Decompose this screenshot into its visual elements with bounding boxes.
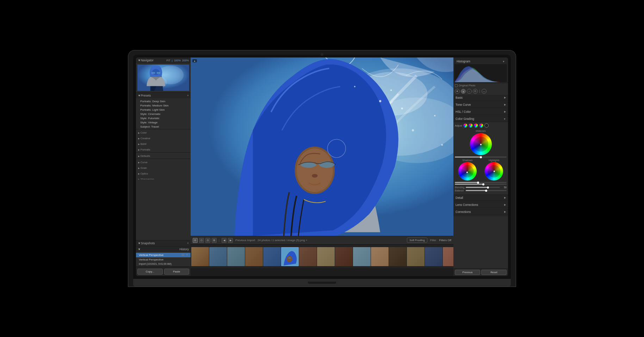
reset-button[interactable]: Reset	[481, 270, 507, 275]
adjust-icon-2[interactable]	[469, 123, 473, 128]
histogram-header[interactable]: Histogram ▼	[454, 59, 507, 65]
shadows-thumb[interactable]	[477, 182, 479, 184]
nav-right-icon[interactable]: ▶	[228, 238, 233, 243]
preset-group[interactable]: B&W	[136, 142, 191, 146]
nav-fit[interactable]: FIT	[166, 59, 170, 62]
shadows-highlights-row: Shadows Highlights	[455, 159, 507, 180]
laptop-chin	[133, 279, 511, 287]
hsl-header[interactable]: HSL / Color ▶	[453, 109, 508, 115]
preset-group[interactable]: Sharpening	[136, 177, 191, 179]
filmstrip-thumb[interactable]	[335, 247, 353, 266]
highlights-dot[interactable]	[493, 170, 495, 172]
preset-group[interactable]: Color	[136, 130, 191, 135]
preset-item[interactable]: Style: Cinematic	[136, 112, 191, 116]
adjust-icon-4[interactable]	[479, 123, 483, 128]
soft-proofing-button[interactable]: Soft Proofing	[407, 238, 427, 243]
preset-item[interactable]: Portraits: Medium Skin	[136, 103, 191, 108]
filmstrip-thumb[interactable]	[317, 247, 335, 266]
history-item[interactable]: Import (10/19/21, 9:41:00 AM)	[136, 262, 191, 266]
view-compare-icon[interactable]: ⊟	[205, 238, 210, 243]
filmstrip-thumb[interactable]	[227, 247, 245, 266]
preset-item[interactable]: Style: Futuristic	[136, 116, 191, 120]
view-loupe-icon[interactable]: ⊡	[199, 238, 204, 243]
preset-group[interactable]: Grain	[136, 166, 191, 170]
blending-thumb[interactable]	[487, 186, 489, 189]
midtones-slider-track[interactable]	[455, 157, 507, 158]
corrections-header[interactable]: Corrections ▶	[453, 209, 508, 215]
filmstrip-thumb[interactable]	[191, 247, 209, 266]
filmstrip-thumb-selected[interactable]	[281, 247, 299, 266]
filmstrip-thumb[interactable]	[263, 247, 281, 266]
highlights-thumb[interactable]	[482, 183, 484, 185]
blending-label: Blending	[455, 186, 465, 189]
history-header[interactable]: ▼ History	[136, 246, 191, 252]
filmstrip-thumb[interactable]	[389, 247, 407, 266]
adjust-icon-5[interactable]	[484, 123, 489, 128]
highlights-slider-track[interactable]	[455, 184, 507, 185]
filmstrip	[191, 244, 453, 268]
highlights-label: Highlights	[489, 159, 500, 161]
image-indicator: ▲	[192, 59, 197, 62]
lens-corrections-header[interactable]: Lens Corrections ▶	[453, 202, 508, 208]
basic-header[interactable]: Basic ▶	[453, 95, 508, 101]
presets-add[interactable]: +	[187, 94, 189, 97]
filmstrip-thumb[interactable]	[371, 247, 389, 266]
presets-header[interactable]: ▼ Presets +	[136, 93, 191, 98]
corrections-section: Corrections ▶	[453, 209, 508, 216]
preset-item[interactable]: Subject: Travel	[136, 124, 191, 129]
preset-item[interactable]: Portraits: Light Skin	[136, 108, 191, 112]
filmstrip-thumb[interactable]	[353, 247, 371, 266]
color-grading-header[interactable]: Color Grading ▼	[453, 116, 508, 122]
history-section: ▼ History Vertical Perspective -12 4 Ver…	[136, 246, 191, 267]
midtones-dot[interactable]	[480, 143, 482, 146]
tool-icon-circle4[interactable]: ⊡	[473, 89, 478, 94]
balance-thumb[interactable]	[485, 190, 487, 192]
preset-item[interactable]: Portraits: Deep Skin	[136, 99, 191, 103]
corrections-label: Corrections	[456, 210, 471, 214]
paste-button[interactable]: Paste	[164, 269, 190, 275]
shadows-wheel[interactable]	[458, 162, 477, 180]
nav-100[interactable]: 100%	[174, 59, 181, 62]
tool-icon-circle5[interactable]: —	[482, 89, 487, 94]
highlights-wheel[interactable]	[485, 162, 503, 180]
shadows-slider-track[interactable]	[455, 182, 507, 183]
view-survey-icon[interactable]: ⊠	[212, 238, 217, 243]
preset-group[interactable]: Optics	[136, 171, 191, 176]
navigator-header[interactable]: ▼ Navigator FIT | 100% 200%	[136, 57, 191, 63]
adjust-icon-1[interactable]	[463, 123, 467, 128]
original-photo-checkbox[interactable]	[455, 84, 458, 87]
tone-curve-header[interactable]: Tone Curve ▶	[453, 102, 508, 108]
adjust-icon-3[interactable]	[474, 123, 478, 128]
tool-icon-circle3[interactable]: ○	[467, 89, 472, 94]
tool-icon-circle1[interactable]: ⊕	[455, 89, 460, 94]
preset-group[interactable]: Creative	[136, 136, 191, 141]
filmstrip-thumb[interactable]	[299, 247, 317, 266]
shadows-dot[interactable]	[466, 171, 468, 173]
view-grid-icon[interactable]: ⊞	[193, 238, 198, 243]
detail-section: Detail ▶	[453, 195, 508, 202]
filmstrip-thumb[interactable]	[407, 247, 425, 266]
nav-left-icon[interactable]: ◀	[222, 238, 227, 243]
filmstrip-thumb[interactable]	[425, 247, 442, 266]
filmstrip-thumb[interactable]	[209, 247, 227, 266]
balance-track[interactable]	[466, 190, 507, 191]
midtones-wheel[interactable]	[470, 133, 492, 155]
detail-header[interactable]: Detail ▶	[453, 195, 508, 201]
midtones-thumb[interactable]	[480, 156, 482, 158]
copy-button[interactable]: Copy...	[137, 269, 163, 275]
preset-group[interactable]: Portraits	[136, 147, 191, 152]
nav-200[interactable]: 200%	[182, 59, 189, 62]
history-item[interactable]: Vertical Perspective -12 4	[136, 253, 191, 257]
preset-group[interactable]: Defaults	[136, 154, 191, 158]
balance-fill	[466, 190, 486, 191]
preset-group[interactable]: Curve	[136, 160, 191, 165]
snapshots-add[interactable]: +	[187, 241, 189, 245]
snapshots-header[interactable]: ▼ Snapshots +	[136, 240, 191, 246]
filmstrip-thumb[interactable]	[443, 247, 453, 266]
previous-button[interactable]: Previous	[455, 270, 480, 275]
preset-item[interactable]: Style: Vintage	[136, 120, 191, 124]
tool-icon-circle2[interactable]: ●	[461, 89, 466, 94]
filmstrip-thumb[interactable]	[245, 247, 263, 266]
blending-track[interactable]	[466, 187, 500, 188]
history-item[interactable]: Vertical Perspective	[136, 257, 191, 262]
